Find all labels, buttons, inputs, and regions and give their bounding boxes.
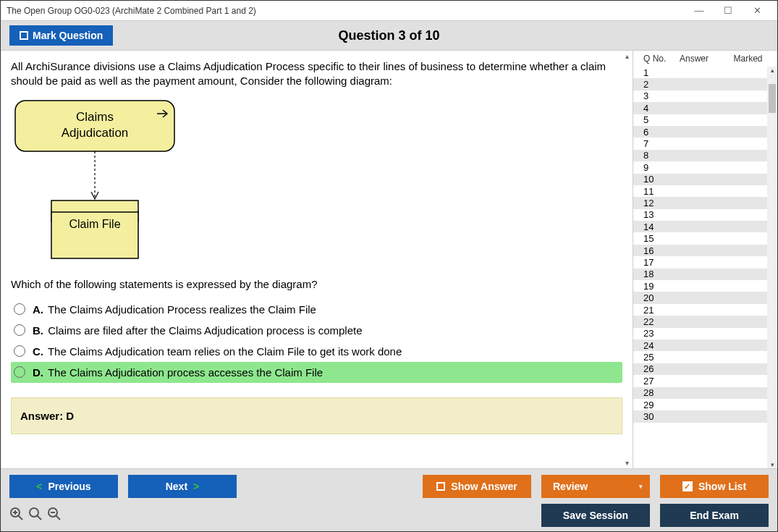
list-item[interactable]: 13 (633, 209, 777, 221)
end-exam-button[interactable]: End Exam (660, 504, 769, 527)
svg-line-16 (56, 515, 60, 520)
scroll-down-icon[interactable]: ▾ (771, 461, 774, 468)
radio-icon (14, 303, 25, 315)
footer-row-2: Save Session End Exam (9, 504, 769, 527)
question-text: All ArchiSurance divisions use a Claims … (11, 59, 622, 89)
list-item[interactable]: 30 (633, 410, 777, 422)
list-item[interactable]: 8 (633, 150, 777, 161)
close-button[interactable]: ✕ (743, 1, 771, 21)
list-item[interactable]: 14 (633, 221, 777, 232)
radio-icon (14, 345, 25, 357)
list-item[interactable]: 24 (633, 339, 777, 351)
diagram: Claims Adjudication Claim File (11, 96, 622, 266)
list-item[interactable]: 4 (633, 102, 777, 114)
question-list-header: Q No. Answer Marked (633, 51, 777, 67)
answer-box: Answer: D (11, 397, 622, 434)
zoom-controls (9, 507, 62, 525)
option-b[interactable]: B. Claims are filed after the Claims Adj… (11, 320, 622, 341)
list-item[interactable]: 6 (633, 126, 777, 138)
list-item[interactable]: 18 (633, 269, 777, 280)
window-controls: — ☐ ✕ (685, 1, 771, 21)
chevron-right-icon: > (193, 481, 199, 492)
question-prompt: Which of the following statements is exp… (11, 277, 622, 292)
list-item[interactable]: 9 (633, 161, 777, 173)
scroll-down-icon[interactable]: ▾ (625, 459, 629, 467)
content-column: ▴ ▾ All ArchiSurance divisions use a Cla… (1, 51, 633, 468)
option-c[interactable]: C. The Claims Adjudication team relies o… (11, 341, 622, 362)
list-item[interactable]: 11 (633, 185, 777, 197)
scrollbar-thumb[interactable] (769, 84, 776, 113)
list-item[interactable]: 28 (633, 387, 777, 399)
svg-text:Claims: Claims (76, 110, 114, 124)
content-scrollbar[interactable]: ▴ ▾ (621, 51, 633, 468)
save-session-button[interactable]: Save Session (541, 504, 650, 527)
svg-line-10 (18, 515, 22, 520)
dropdown-icon: ▾ (639, 483, 643, 490)
window-title: The Open Group OG0-023 (ArchiMate 2 Comb… (7, 6, 685, 16)
list-item[interactable]: 12 (633, 197, 777, 208)
show-answer-button[interactable]: Show Answer (423, 475, 531, 498)
list-item[interactable]: 20 (633, 292, 777, 303)
list-item[interactable]: 5 (633, 114, 777, 126)
zoom-in-icon[interactable] (28, 507, 43, 525)
review-button[interactable]: Review ▾ (541, 475, 650, 498)
options-list: A. The Claims Adjudication Process reali… (11, 299, 622, 383)
show-list-button[interactable]: ✓ Show List (660, 475, 769, 498)
list-item[interactable]: 26 (633, 363, 777, 375)
list-item[interactable]: 21 (633, 304, 777, 316)
question-list-panel: Q No. Answer Marked ▴ ▾ 1 2 3 4 5 6 7 8 (633, 51, 777, 468)
question-list: ▴ ▾ 1 2 3 4 5 6 7 8 9 10 11 12 13 14 15 (633, 67, 777, 468)
list-item[interactable]: 19 (633, 280, 777, 292)
checkbox-icon (20, 31, 28, 40)
zoom-out-icon[interactable] (47, 507, 62, 525)
list-item[interactable]: 7 (633, 138, 777, 149)
checkbox-icon (436, 482, 445, 491)
option-d[interactable]: D. The Claims Adjudication process acces… (11, 362, 622, 383)
previous-button[interactable]: < Previous (9, 475, 118, 498)
next-button[interactable]: Next > (128, 475, 237, 498)
radio-icon (14, 366, 25, 378)
list-item[interactable]: 15 (633, 232, 777, 244)
content-scroll: ▴ ▾ All ArchiSurance divisions use a Cla… (1, 51, 633, 468)
list-item[interactable]: 1 (633, 67, 777, 78)
footer-bar: < Previous Next > Show Answer Review ▾ ✓… (1, 468, 777, 531)
list-item[interactable]: 29 (633, 399, 777, 410)
svg-line-14 (37, 515, 41, 520)
col-marked: Marked (723, 54, 773, 64)
zoom-reset-icon[interactable] (9, 507, 24, 525)
titlebar: The Open Group OG0-023 (ArchiMate 2 Comb… (1, 1, 777, 21)
list-item[interactable]: 25 (633, 351, 777, 363)
col-answer: Answer (680, 54, 723, 64)
list-item[interactable]: 16 (633, 245, 777, 256)
list-item[interactable]: 3 (633, 90, 777, 102)
scroll-up-icon[interactable]: ▴ (771, 67, 774, 74)
main-area: ▴ ▾ All ArchiSurance divisions use a Cla… (1, 51, 777, 468)
maximize-button[interactable]: ☐ (714, 1, 743, 21)
option-a[interactable]: A. The Claims Adjudication Process reali… (11, 299, 622, 320)
mark-question-button[interactable]: Mark Question (9, 25, 113, 46)
scroll-up-icon[interactable]: ▴ (625, 52, 629, 60)
list-item[interactable]: 10 (633, 174, 777, 185)
list-item[interactable]: 22 (633, 316, 777, 327)
list-item[interactable]: 2 (633, 78, 777, 90)
minimize-button[interactable]: — (685, 1, 714, 21)
question-counter: Question 3 of 10 (338, 28, 439, 43)
col-qno: Q No. (643, 54, 680, 64)
list-item[interactable]: 23 (633, 328, 777, 339)
radio-icon (14, 324, 25, 336)
list-item[interactable]: 27 (633, 375, 777, 387)
checked-box-icon: ✓ (682, 481, 693, 491)
mark-question-label: Mark Question (33, 30, 103, 41)
sidebar-scrollbar[interactable]: ▴ ▾ (767, 67, 777, 468)
header-bar: Mark Question Question 3 of 10 (1, 21, 777, 51)
svg-text:Adjudication: Adjudication (62, 126, 129, 140)
footer-row-1: < Previous Next > Show Answer Review ▾ ✓… (9, 475, 769, 498)
svg-text:Claim File: Claim File (69, 218, 120, 230)
app-window: The Open Group OG0-023 (ArchiMate 2 Comb… (0, 0, 778, 532)
answer-text: Answer: D (20, 410, 74, 422)
list-item[interactable]: 17 (633, 256, 777, 268)
chevron-left-icon: < (36, 481, 42, 492)
diagram-svg: Claims Adjudication Claim File (11, 96, 199, 263)
